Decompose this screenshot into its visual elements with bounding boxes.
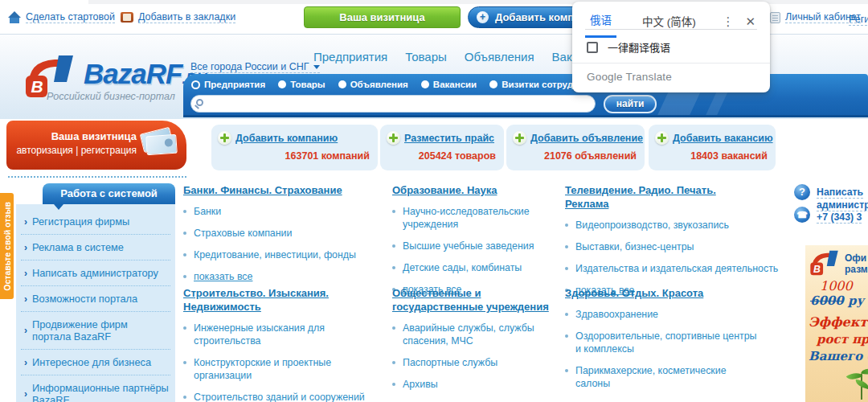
category-title[interactable]: Строительство. Изыскания. Недвижимость [183,286,378,314]
radio-vacancies[interactable]: Вакансии [421,80,477,89]
feedback-tab[interactable]: Оставьте свой отзыв [0,193,14,299]
radio-goods[interactable]: Товары [278,80,325,89]
region-selector[interactable]: Все города России и СНГ [190,61,320,73]
category-item[interactable]: Страховые компании [183,227,378,240]
sidebar-item-label: Информационные партнёры BazaRF [32,382,169,402]
visitcard-banner[interactable]: Ваша визитница авторизация | регистрация [6,121,186,170]
gt-always-translate-option[interactable]: 一律翻译俄语 [587,39,670,55]
arrow-icon: › [24,242,27,253]
chevron-down-icon [313,65,320,69]
add-company-link[interactable]: Добавить компанию [235,133,338,144]
sidebar-item-interesting[interactable]: ›Интересное для бизнеса [21,350,170,375]
category-item[interactable]: Высшие учебные заведения [392,240,563,252]
category-title[interactable]: Телевидение. Радио. Печать. Реклама [565,183,754,211]
sidebar-item-promotion[interactable]: ›Продвижение фирм портала BazaRF [21,312,170,350]
add-ad-link[interactable]: Добавить объявление [530,133,643,144]
more-options-icon[interactable]: ⋮ [719,14,737,35]
bullet-icon [565,224,568,227]
category-title[interactable]: Здоровье. Отдых. Красота [565,286,780,300]
radio-icon [278,80,286,88]
nav-goods[interactable]: Товары [405,50,447,64]
gt-tabs-divider [585,29,757,30]
bullet-icon [565,267,568,270]
arrow-icon: › [24,216,27,228]
phone-label: +7 (343) 3 [817,211,862,224]
bullet-icon [392,326,395,330]
sidebar-item-advertising[interactable]: ›Реклама в системе [21,235,170,260]
category-item[interactable]: Инженерные изыскания для строительства [183,322,378,347]
book-icon [121,12,133,23]
category-item[interactable]: Строительство зданий и сооружений [183,391,378,402]
category-item[interactable]: Парикмахерские, косметические салоны [565,364,780,390]
nav-companies[interactable]: Предприятия [313,50,387,64]
bullet-icon [392,383,395,386]
registration-link[interactable]: Регистрация [849,14,868,26]
show-all-link[interactable]: показать все [565,399,780,402]
logo-tagline: Российский бизнес-портал [47,91,175,102]
phone-link[interactable]: +7 (343) 3 [817,211,868,223]
ad-banner[interactable]: B Офи разм 1000 6000 ру Эффект рост пр В… [805,245,868,402]
sidebar-item-label: Возможности портала [32,293,137,305]
bullet-icon [565,369,568,372]
ad-text-line: рост пр [817,332,868,347]
category-item[interactable]: Здравоохранение [565,308,780,321]
feedback-tab-label: Оставьте свой отзыв [2,202,12,291]
category-item[interactable]: Паспортные службы [392,356,563,369]
category-item[interactable]: Научно-исследовательские учреждения [392,205,563,231]
svg-text:B: B [813,264,821,275]
search-input[interactable] [190,95,596,113]
main-nav: Предприятия Товары Объявления Вакансии [313,50,605,64]
category-public: Общественные и государственные учреждени… [392,286,563,402]
add-price-link[interactable]: Разместить прайс [404,133,494,144]
radio-label: Предприятия [204,80,265,89]
phone-icon[interactable]: ☎ [794,207,810,223]
category-item[interactable]: Выставки, бизнес-центры [565,240,780,253]
category-item[interactable]: Конструкторские и проектные организации [183,356,378,382]
ads-count: 21076 объявлений [544,150,637,162]
bookmark-link-group[interactable]: Добавить в закладки [121,11,235,23]
category-construction: Строительство. Изыскания. Недвижимость И… [183,286,378,402]
sidebar-item-partners[interactable]: ›Информационные партнёры BazaRF [21,375,170,402]
category-item[interactable]: Издательства и издательская деятельность [565,262,780,275]
bullet-icon [565,245,568,248]
category-item[interactable]: Аварийные службы, службы спасения, МЧС [392,322,563,347]
make-home-link[interactable]: Сделать стартовой [26,11,115,23]
gt-tab-target-language[interactable]: 中文 (简体) [637,13,701,37]
write-admin-link[interactable]: Написать администратору [817,186,868,211]
arrow-icon: › [24,357,27,368]
close-icon[interactable]: ✕ [737,14,757,35]
category-item[interactable]: Детские сады, комбинаты [392,261,563,274]
sidebar-item-features[interactable]: ›Возможности портала [21,286,170,312]
category-item[interactable]: Видеопроизводство, звукозапись [565,219,780,232]
add-price-block: Разместить прайс 205424 товаров [380,125,504,170]
visitcard-banner-links[interactable]: авторизация | регистрация [16,145,137,156]
nav-ads[interactable]: Объявления [465,50,534,64]
category-title[interactable]: Общественные и государственные учреждени… [392,286,563,314]
bookmark-link[interactable]: Добавить в закладки [138,11,235,23]
category-item[interactable]: Архивы [392,378,563,391]
show-all-link[interactable]: показать все [183,270,378,283]
category-title[interactable]: Образование. Наука [392,183,563,197]
category-item[interactable]: Кредитование, инвестиции, фонды [183,248,378,261]
svg-text:B: B [31,77,43,96]
radio-companies[interactable]: Предприятия [191,80,265,89]
category-item[interactable]: Оздоровительные, спортивные центры и ком… [565,330,780,355]
add-vacancy-link[interactable]: Добавить вакансию [673,133,773,144]
gt-tab-source-language[interactable]: 俄语 [585,11,616,38]
sidebar-list: ›Регистрация фирмы ›Реклама в системе ›Н… [16,204,175,402]
radio-ads[interactable]: Объявления [338,80,408,89]
checkbox-icon[interactable] [587,42,598,53]
search-button[interactable]: найти [604,95,657,113]
category-title[interactable]: Банки. Финансы. Страхование [183,183,378,197]
visitcard-button[interactable]: Ваша визитница [304,6,461,28]
radio-icon [421,80,429,88]
sidebar-item-write-admin[interactable]: ›Написать администратору [21,260,170,286]
sidebar-item-registration[interactable]: ›Регистрация фирмы [21,209,170,235]
question-icon[interactable]: ? [794,184,810,200]
vacancies-count: 18403 вакансий [690,150,768,162]
make-home-link-group[interactable]: Сделать стартовой [8,11,115,23]
bullet-icon [183,396,186,399]
personal-cabinet-group[interactable]: Личный кабинет [770,11,861,23]
category-item[interactable]: Банки [183,205,378,218]
ad-price-new: 1000 [820,278,868,293]
